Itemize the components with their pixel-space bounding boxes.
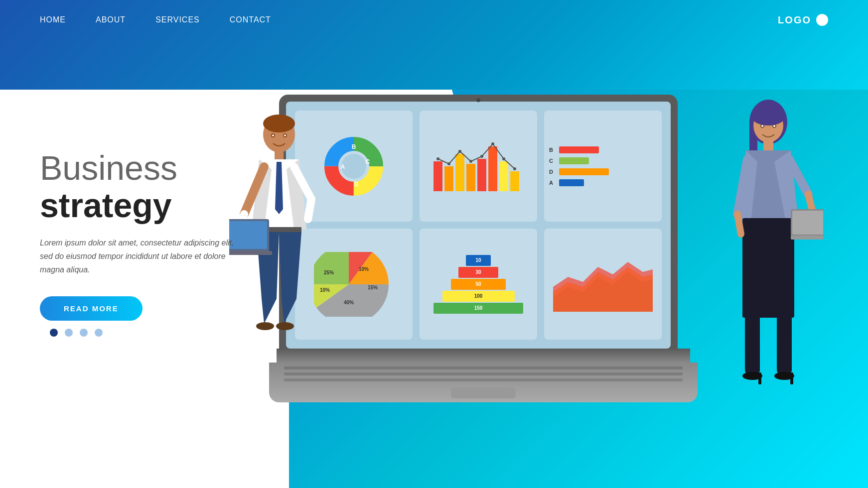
svg-text:15%: 15%: [368, 285, 378, 290]
laptop-screen: A B C D: [286, 102, 671, 349]
svg-text:B: B: [352, 143, 356, 150]
hero-title-light: Business: [40, 149, 239, 187]
svg-point-49: [276, 322, 294, 330]
svg-marker-37: [553, 262, 653, 312]
svg-text:40%: 40%: [344, 300, 354, 305]
legend-label-c: C: [549, 158, 556, 164]
keyboard-row-2: [284, 372, 683, 375]
pagination: [50, 329, 103, 337]
svg-text:D: D: [354, 181, 359, 188]
bar-chart-cell: [420, 111, 537, 222]
svg-rect-9: [434, 161, 442, 191]
legend-bar-d: [559, 168, 609, 175]
svg-point-48: [256, 322, 274, 330]
svg-point-39: [263, 115, 295, 132]
nav-links: HOME ABOUT SERVICES CONTACT: [40, 15, 271, 24]
svg-point-84: [761, 125, 763, 127]
svg-point-59: [272, 134, 274, 136]
pyramid-level-2: 30: [458, 267, 498, 278]
legend-bar-b: [559, 146, 599, 153]
nav-about[interactable]: ABOUT: [96, 15, 126, 24]
legend-chart: B C D A: [549, 146, 657, 186]
pagination-dot-4[interactable]: [95, 329, 103, 337]
pagination-dot-3[interactable]: [80, 329, 88, 337]
svg-line-53: [308, 199, 311, 219]
legend-item-d: D: [549, 168, 657, 175]
svg-point-24: [513, 167, 516, 170]
svg-point-22: [491, 142, 494, 145]
svg-rect-10: [444, 166, 453, 191]
laptop-touchpad: [451, 387, 516, 398]
read-more-button[interactable]: READ MORE: [40, 296, 143, 321]
svg-rect-13: [477, 159, 486, 191]
svg-point-18: [447, 162, 450, 165]
svg-rect-74: [790, 372, 793, 384]
svg-rect-68: [742, 218, 794, 318]
svg-rect-14: [488, 146, 497, 191]
legend-label-a: A: [549, 180, 556, 186]
laptop-hinge: [277, 349, 690, 363]
legend-bar-a: [559, 179, 584, 186]
person-female-svg: [714, 90, 823, 428]
laptop-illustration: A B C D: [279, 95, 698, 402]
logo: LOGO: [778, 14, 828, 26]
area-chart: [553, 257, 653, 312]
pyramid-level-4: 100: [442, 291, 515, 302]
pyramid-level-5: 150: [434, 303, 523, 314]
keyboard-row-3: [284, 378, 683, 381]
pyramid-level-3: 50: [451, 279, 506, 290]
svg-rect-72: [758, 372, 761, 384]
bar-line-chart: [429, 136, 528, 196]
navbar: HOME ABOUT SERVICES CONTACT LOGO: [0, 0, 868, 40]
svg-point-20: [469, 160, 472, 163]
nav-contact[interactable]: CONTACT: [230, 15, 271, 24]
person-male: [229, 100, 329, 418]
legend-item-a: A: [549, 179, 657, 186]
hero-description: Lorem ipsum dolor sit amet, consectetur …: [40, 236, 239, 277]
svg-point-23: [502, 157, 505, 160]
laptop-screen-housing: A B C D: [279, 95, 678, 349]
legend-item-c: C: [549, 157, 657, 164]
svg-rect-15: [499, 161, 508, 191]
laptop-base: [269, 363, 698, 402]
area-chart-cell: [544, 229, 662, 340]
laptop-camera: [476, 98, 480, 102]
pyramid-level-1: 10: [466, 255, 491, 266]
legend-item-b: B: [549, 146, 657, 153]
svg-line-76: [737, 214, 741, 234]
person-female: [714, 90, 823, 428]
svg-rect-81: [791, 236, 823, 240]
svg-point-86: [751, 106, 786, 125]
person-male-svg: [229, 100, 329, 418]
legend-bar-c: [559, 157, 589, 164]
donut-chart: A B C D: [319, 134, 389, 199]
keyboard-row-1: [284, 366, 683, 369]
logo-text: LOGO: [778, 14, 811, 26]
pagination-dot-1[interactable]: [50, 329, 58, 337]
svg-point-85: [773, 125, 775, 127]
hero-title-bold: strategy: [40, 187, 239, 224]
nav-services[interactable]: SERVICES: [155, 15, 200, 24]
svg-point-19: [458, 150, 461, 153]
svg-point-4: [341, 154, 366, 179]
hero-section: Business strategy Lorem ipsum dolor sit …: [40, 149, 239, 321]
legend-label-b: B: [549, 147, 556, 153]
svg-rect-16: [510, 171, 519, 191]
pyramid-chart: 10 30 50 100 150: [434, 255, 523, 314]
svg-point-21: [480, 155, 483, 158]
svg-text:10%: 10%: [359, 266, 369, 272]
legend-chart-cell: B C D A: [544, 111, 662, 222]
svg-rect-69: [745, 309, 760, 373]
nav-home[interactable]: HOME: [40, 15, 66, 24]
svg-rect-64: [763, 140, 773, 150]
pyramid-chart-cell: 10 30 50 100 150: [420, 229, 537, 340]
svg-rect-40: [275, 149, 284, 159]
pagination-dot-2[interactable]: [65, 329, 73, 337]
svg-rect-12: [466, 164, 475, 191]
svg-rect-80: [792, 211, 823, 235]
svg-point-60: [284, 134, 286, 136]
svg-rect-70: [777, 309, 792, 373]
svg-text:A: A: [341, 163, 345, 170]
svg-rect-11: [455, 154, 464, 191]
logo-dot-icon: [816, 14, 828, 26]
